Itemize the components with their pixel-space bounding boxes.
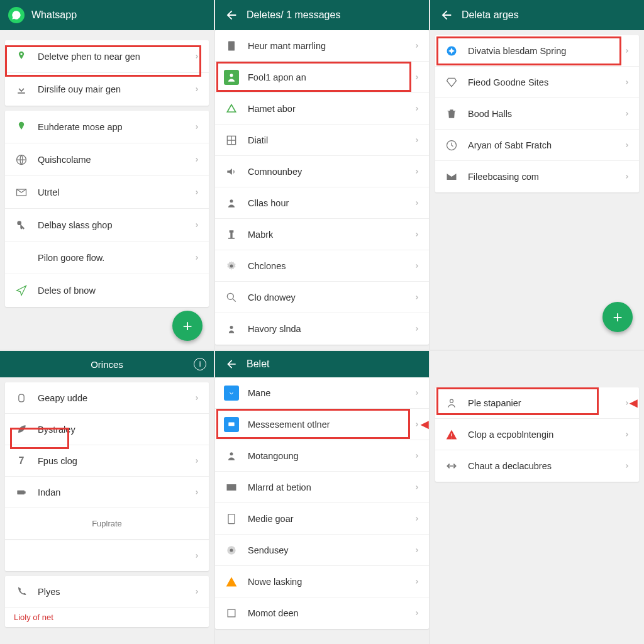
- list-item[interactable]: Mlarrd at betion: [215, 472, 429, 503]
- chevron-right-icon: [194, 189, 200, 196]
- list-item[interactable]: Deletve phen to near gen: [5, 40, 209, 73]
- svg-rect-20: [228, 609, 235, 617]
- monument-icon: [224, 227, 239, 242]
- tablet-icon: [224, 511, 239, 526]
- svg-rect-12: [19, 394, 24, 402]
- chevron-right-icon: [194, 458, 200, 464]
- list-item[interactable]: Hamet abor: [215, 93, 429, 125]
- list-item[interactable]: Mane: [215, 377, 429, 409]
- triangle-icon: [224, 101, 239, 116]
- item-label[interactable]: Lioly of net: [5, 608, 209, 627]
- list-item[interactable]: Fieod Goodne Sites: [435, 67, 639, 98]
- chevron-right-icon: [624, 111, 630, 117]
- item-label: Fieod Goodne Sites: [468, 77, 624, 87]
- chevron-right-icon: [414, 231, 420, 238]
- list-item[interactable]: Diatil: [215, 125, 429, 156]
- chevron-right-icon: [194, 86, 200, 92]
- chevron-right-icon: [414, 390, 420, 396]
- list-item[interactable]: Euhderate mose app: [5, 111, 209, 143]
- svg-rect-3: [228, 41, 235, 50]
- list-item[interactable]: Messesement otlner◄: [215, 409, 429, 440]
- item-label: Aryan of Sabt Fratch: [468, 140, 624, 150]
- list-item[interactable]: Chclones: [215, 250, 429, 282]
- item-label: Ple stapanier: [468, 398, 624, 408]
- header-title: Deleta arges: [462, 9, 519, 21]
- leaf-icon: [14, 422, 29, 437]
- list-item[interactable]: Clo dnowey: [215, 282, 429, 313]
- list-item[interactable]: Deles of bnow: [5, 274, 209, 307]
- item-label: Dirslife ouy mair gen: [38, 84, 194, 94]
- items-card: Divatvia blesdam Spring Fieod Goodne Sit…: [435, 35, 639, 192]
- list-item[interactable]: Nowe lasking: [215, 566, 429, 597]
- mail-icon: [14, 185, 29, 200]
- back-arrow-icon[interactable]: [438, 6, 455, 24]
- list-item[interactable]: [5, 540, 209, 571]
- doc-icon: [224, 38, 239, 53]
- back-arrow-icon[interactable]: [223, 355, 240, 373]
- footer-item[interactable]: Fuplrate: [5, 508, 209, 540]
- list-item[interactable]: Clop a ecpoblntengin: [435, 419, 639, 450]
- header-title: Whatsapp: [31, 9, 77, 21]
- list-item[interactable]: Havory slnda: [215, 313, 429, 345]
- list-item[interactable]: Sendusey: [215, 535, 429, 566]
- item-label: Fool1 apon an: [248, 72, 414, 82]
- list-item[interactable]: Indan: [5, 477, 209, 508]
- list-item[interactable]: Divatvia blesdam Spring: [435, 35, 639, 67]
- list-item[interactable]: Quishcolame: [5, 143, 209, 176]
- grid-icon: [224, 133, 239, 148]
- list-item[interactable]: Motangoung: [215, 440, 429, 472]
- chevron-right-icon: [194, 489, 200, 496]
- item-label: Divatvia blesdam Spring: [468, 46, 624, 56]
- list-item[interactable]: Bood Halls: [435, 98, 639, 130]
- info-icon[interactable]: i: [194, 358, 206, 370]
- fab-add-button[interactable]: +: [602, 302, 633, 332]
- list-item[interactable]: Chaut a declacubres: [435, 450, 639, 482]
- list-item[interactable]: Bystraley: [5, 414, 209, 445]
- list-item[interactable]: Momot deen: [215, 597, 429, 629]
- list-item[interactable]: Ple stapanier◄: [435, 387, 639, 419]
- list-item[interactable]: Heur mant marrling: [215, 30, 429, 62]
- seven-icon: 7: [14, 453, 29, 469]
- back-arrow-icon[interactable]: [223, 6, 240, 24]
- arrow-callout-icon: ◄: [626, 395, 640, 411]
- panel-belet: Belet Mane Messesement otlner◄ Motangoun…: [215, 351, 429, 644]
- header-title: Belet: [247, 358, 269, 370]
- panel-orinces: Orinces i Geapy udde Bystraley 7Fpus clo…: [0, 351, 214, 644]
- gear-icon: [224, 258, 239, 274]
- key-icon: [14, 218, 29, 233]
- chevron-right-icon: [194, 553, 200, 559]
- item-label: Chaut a declacubres: [468, 461, 624, 471]
- list-item[interactable]: Utrtel: [5, 176, 209, 209]
- list-item[interactable]: Fileebcasing com: [435, 161, 639, 192]
- list-item[interactable]: Medie goar: [215, 503, 429, 535]
- chevron-right-icon: [414, 547, 420, 553]
- item-label: Delbay slass ghop: [38, 220, 194, 230]
- list-item[interactable]: Cllas hour: [215, 187, 429, 219]
- chevron-right-icon: [414, 106, 420, 112]
- chevron-right-icon: [624, 79, 630, 86]
- list-item[interactable]: Comnounbey: [215, 156, 429, 187]
- item-label: Hamet abor: [248, 104, 414, 114]
- fab-add-button[interactable]: +: [172, 311, 203, 341]
- list-item[interactable]: Delbay slass ghop: [5, 209, 209, 242]
- gear-icon: [224, 543, 239, 558]
- clock-icon: [444, 138, 459, 153]
- chevron-right-icon: [624, 142, 630, 148]
- list-item[interactable]: Geapy udde: [5, 382, 209, 414]
- list-item[interactable]: Aryan of Sabt Fratch: [435, 130, 639, 161]
- person-icon: [224, 70, 239, 85]
- search-person-icon: [224, 290, 239, 305]
- chevron-right-icon: [414, 579, 420, 585]
- item-label: Mlarrd at betion: [248, 482, 414, 492]
- trash-icon: [444, 106, 459, 121]
- chevron-right-icon: [194, 395, 200, 401]
- list-item[interactable]: Fool1 apon an: [215, 62, 429, 93]
- list-item[interactable]: Mabrk: [215, 219, 429, 250]
- list-item[interactable]: Plyes: [5, 576, 209, 608]
- list-item[interactable]: 7Fpus clog: [5, 445, 209, 477]
- mail-icon: [224, 480, 239, 495]
- list-item[interactable]: Pilon goore flow.: [5, 242, 209, 274]
- person-outline-icon: [444, 396, 459, 411]
- panel-whatsapp: Whatsapp Deletve phen to near gen Dirsli…: [0, 0, 214, 350]
- list-item[interactable]: Dirslife ouy mair gen: [5, 73, 209, 106]
